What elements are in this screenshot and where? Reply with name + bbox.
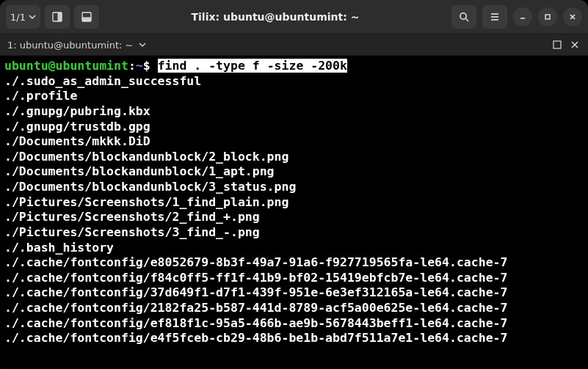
prompt-sep-colon: : [128,59,136,73]
prompt-sep-dollar: $ [143,59,158,73]
svg-rect-10 [545,15,550,19]
close-pane-button[interactable] [569,39,581,51]
split-down-button[interactable] [74,5,99,29]
titlebar-left: 1/1 [6,5,99,29]
command-output: ./.sudo_as_admin_successful ./.profile .… [4,74,584,346]
session-tab-label[interactable]: 1: ubuntu@ubuntumint: ~ [7,40,133,51]
chevron-down-icon [29,13,36,21]
command-text: find . -type f -size -200k [158,59,347,73]
split-right-button[interactable] [45,5,70,29]
prompt-path: ~ [136,59,143,73]
prompt-user-host: ubuntu@ubuntumint [4,59,128,73]
titlebar: 1/1 Tilix: ubuntu@ubuntumint: ~ [0,0,588,34]
svg-rect-1 [57,12,62,21]
titlebar-right [451,5,582,29]
svg-point-4 [460,13,466,19]
svg-rect-13 [553,41,561,48]
hamburger-menu-button[interactable] [482,5,507,29]
svg-line-5 [465,18,468,21]
page-counter-text: 1/1 [10,12,26,23]
terminal-pane[interactable]: ubuntu@ubuntumint:~$ find . -type f -siz… [0,56,588,369]
tilix-window: 1/1 Tilix: ubuntu@ubuntumint: ~ [0,0,588,369]
svg-rect-3 [82,18,91,22]
chevron-down-icon[interactable] [139,41,146,48]
maximize-button[interactable] [538,7,557,26]
page-counter-pill[interactable]: 1/1 [6,5,40,29]
close-button[interactable] [563,7,582,26]
minimize-button[interactable] [513,7,532,26]
search-button[interactable] [451,5,476,29]
maximize-pane-button[interactable] [551,39,563,51]
window-title: Tilix: ubuntu@ubuntumint: ~ [104,11,447,23]
session-tabbar: 1: ubuntu@ubuntumint: ~ [0,34,588,56]
